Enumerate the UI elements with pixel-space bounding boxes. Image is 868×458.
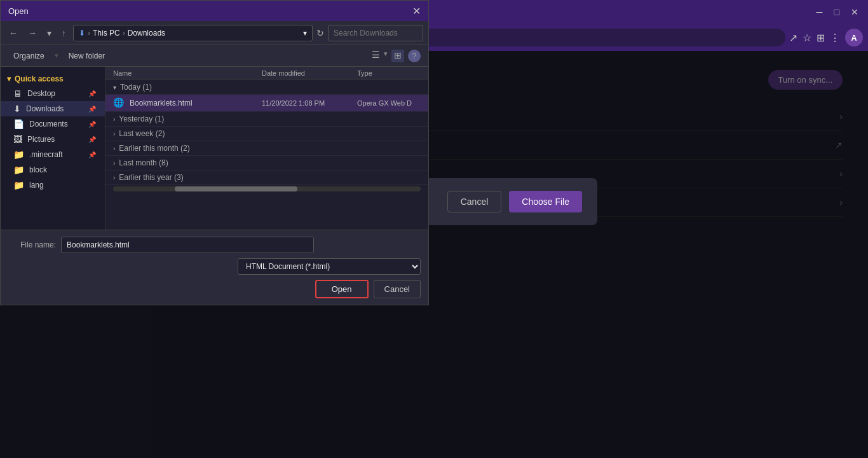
pin-icon-downloads: 📌 [88, 106, 96, 113]
file-date-bookmarklets: 11/20/2022 1:08 PM [262, 99, 357, 107]
close-window-icon[interactable]: ✕ [848, 6, 862, 18]
sidebar-documents-label: Documents [29, 120, 68, 128]
menu-icon[interactable]: ⋮ [830, 32, 840, 44]
file-type-bookmarklets: Opera GX Web D [357, 99, 421, 107]
path-icon: ⬇ [79, 29, 85, 38]
sidebar-lang-label: lang [29, 181, 44, 190]
sidebar-item-desktop[interactable]: 🖥 Desktop 📌 [1, 86, 105, 101]
choose-file-button[interactable]: Choose File [509, 191, 582, 212]
sidebar-item-pictures[interactable]: 🖼 Pictures 📌 [1, 132, 105, 147]
group-today-label: Today (1) [120, 83, 152, 92]
filename-label: File name: [8, 240, 56, 249]
cancel-dialog-button[interactable]: Cancel [374, 280, 421, 298]
dialog-title: Open [8, 6, 29, 16]
details-view-icon[interactable]: ⊞ [391, 50, 404, 62]
filelist-header: Name Date modified Type [105, 67, 428, 80]
path-separator-1: › [88, 29, 90, 38]
toolbar2-right-icons: ☰ ▾ ⊞ ? [372, 50, 421, 62]
sidebar-item-documents[interactable]: 📄 Documents 📌 [1, 116, 105, 132]
new-folder-button[interactable]: New folder [64, 50, 110, 62]
quick-access-label: Quick access [15, 74, 64, 83]
pin-icon-pictures: 📌 [88, 136, 96, 143]
group-last-week-label: Last week (2) [119, 129, 165, 138]
pin-icon-desktop: 📌 [88, 90, 96, 97]
dialog-close-button[interactable]: ✕ [412, 5, 421, 17]
block-folder-icon: 📁 [13, 165, 24, 175]
lang-folder-icon: 📁 [13, 180, 24, 190]
filetype-row: HTML Document (*.html) [8, 258, 421, 275]
minecraft-folder-icon: 📁 [13, 149, 24, 160]
file-name-bookmarklets: Bookmarklets.html [130, 99, 262, 108]
col-name[interactable]: Name [113, 69, 262, 77]
view-dropdown-icon[interactable]: ▾ [384, 50, 388, 62]
list-view-icon[interactable]: ☰ [372, 50, 380, 62]
sidebar-item-block[interactable]: 📁 block [1, 162, 105, 177]
horizontal-scrollbar[interactable] [113, 186, 421, 191]
group-yesterday-chevron-icon: › [113, 116, 115, 123]
organize-button[interactable]: Organize [8, 50, 50, 62]
help-icon[interactable]: ? [408, 50, 421, 62]
sidebar-item-minecraft[interactable]: 📁 .minecraft 📌 [1, 147, 105, 162]
filetype-select[interactable]: HTML Document (*.html) [238, 258, 421, 275]
dialog-footer: File name: HTML Document (*.html) Open C… [1, 230, 428, 305]
toolbar-separator: ▾ [55, 52, 58, 60]
open-button[interactable]: Open [315, 280, 369, 298]
group-earlier-year[interactable]: › Earlier this year (3) [105, 170, 428, 185]
scrollbar-thumb [175, 186, 298, 191]
group-last-week[interactable]: › Last week (2) [105, 127, 428, 141]
sidebar-pictures-label: Pictures [27, 135, 55, 144]
filename-row: File name: [8, 237, 421, 253]
sidebar-block-label: block [29, 165, 47, 174]
path-dropdown-icon[interactable]: ▾ [303, 29, 307, 38]
confirm-modal-buttons: Cancel Choose File [409, 191, 582, 212]
dialog-dropdown-button[interactable]: ▾ [44, 27, 55, 39]
group-earlier-year-label: Earlier this year (3) [119, 173, 183, 182]
file-bookmarklets[interactable]: 🌐 Bookmarklets.html 11/20/2022 1:08 PM O… [105, 95, 428, 112]
dialog-forward-button[interactable]: → [25, 27, 40, 39]
path-this-pc: This PC [93, 29, 120, 38]
sidebar-minecraft-label: .minecraft [29, 150, 63, 159]
minimize-icon[interactable]: ─ [813, 6, 826, 18]
group-last-month[interactable]: › Last month (8) [105, 156, 428, 170]
dialog-footer-buttons: Open Cancel [8, 280, 421, 298]
filename-input[interactable] [61, 237, 314, 253]
share-icon[interactable]: ↗ [789, 32, 797, 44]
dialog-titlebar: Open ✕ [1, 1, 428, 21]
window-controls: ─ □ ✕ [813, 6, 862, 18]
dialog-body: ▾ Quick access 🖥 Desktop 📌 ⬇ Downloads 📌… [1, 67, 428, 230]
downloads-folder-icon: ⬇ [13, 104, 21, 114]
maximize-icon[interactable]: □ [831, 6, 843, 18]
desktop-icon: 🖥 [13, 88, 22, 99]
toolbar-icons: ↗ ☆ ⊞ ⋮ A [789, 29, 863, 46]
group-last-month-label: Last month (8) [119, 158, 168, 167]
quick-access-chevron: ▾ [7, 74, 11, 83]
pictures-folder-icon: 🖼 [13, 134, 22, 144]
dialog-toolbar2: Organize ▾ New folder ☰ ▾ ⊞ ? [1, 45, 428, 67]
dialog-back-button[interactable]: ← [6, 27, 21, 39]
group-earlier-month[interactable]: › Earlier this month (2) [105, 141, 428, 156]
group-last-week-chevron-icon: › [113, 130, 115, 137]
group-yesterday[interactable]: › Yesterday (1) [105, 112, 428, 127]
modal-cancel-button[interactable]: Cancel [447, 191, 502, 212]
quick-access-header[interactable]: ▾ Quick access [1, 72, 105, 86]
sidebar-item-downloads[interactable]: ⬇ Downloads 📌 [1, 101, 105, 116]
col-type[interactable]: Type [357, 69, 421, 77]
documents-folder-icon: 📄 [13, 119, 24, 129]
group-earlier-month-label: Earlier this month (2) [119, 144, 189, 153]
group-yesterday-label: Yesterday (1) [119, 114, 164, 123]
bookmark-icon[interactable]: ☆ [803, 32, 811, 44]
dialog-up-button[interactable]: ↑ [58, 27, 69, 39]
group-last-month-chevron-icon: › [113, 160, 115, 167]
col-date-modified[interactable]: Date modified [262, 69, 357, 77]
path-separator-2: › [123, 29, 125, 38]
search-input[interactable] [328, 25, 423, 41]
sidebar-item-lang[interactable]: 📁 lang [1, 177, 105, 193]
group-today[interactable]: ▾ Today (1) [105, 80, 428, 95]
dialog-path-bar[interactable]: ⬇ › This PC › Downloads ▾ [73, 25, 313, 41]
dialog-refresh-button[interactable]: ↻ [316, 28, 324, 38]
file-list: Name Date modified Type ▾ Today (1) 🌐 Bo… [105, 67, 428, 230]
layout-icon[interactable]: ⊞ [817, 32, 825, 44]
avatar[interactable]: A [845, 29, 863, 46]
quick-access-section: ▾ Quick access 🖥 Desktop 📌 ⬇ Downloads 📌… [1, 72, 105, 193]
pin-icon-documents: 📌 [88, 121, 96, 128]
